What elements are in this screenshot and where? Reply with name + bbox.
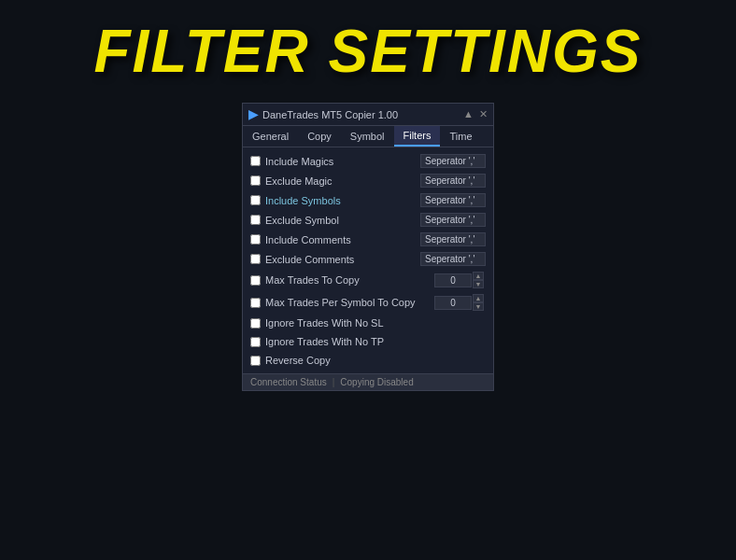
label-exclude-symbol: Exclude Symbol: [265, 215, 420, 226]
tab-symbol[interactable]: Symbol: [341, 126, 394, 147]
label-include-magics: Include Magics: [265, 156, 420, 167]
status-divider: |: [333, 377, 335, 387]
tab-general[interactable]: General: [243, 126, 298, 147]
input-include-magics[interactable]: [420, 154, 486, 168]
checkbox-include-magics[interactable]: [250, 156, 261, 166]
label-max-trades-per-symbol: Max Trades Per Symbol To Copy: [265, 297, 434, 308]
status-bar: Connection Status | Copying Disabled: [243, 373, 493, 390]
filter-row-max-trades-per-symbol: Max Trades Per Symbol To Copy ▲ ▼: [250, 291, 486, 314]
checkbox-ignore-no-sl[interactable]: [250, 318, 261, 329]
filter-row-ignore-no-tp: Ignore Trades With No TP: [250, 332, 486, 351]
checkbox-include-symbols[interactable]: [250, 195, 261, 205]
filters-content: Include Magics Exclude Magic Include Sym…: [243, 147, 493, 373]
tab-filters[interactable]: Filters: [394, 126, 441, 147]
checkbox-reverse-copy[interactable]: [250, 356, 261, 366]
number-group-max-trades-per-symbol: ▲ ▼: [434, 294, 486, 311]
label-exclude-magic: Exclude Magic: [265, 175, 420, 187]
label-ignore-no-tp: Ignore Trades With No TP: [265, 336, 486, 347]
connection-status: Connection Status: [250, 377, 327, 387]
label-include-comments: Include Comments: [265, 234, 420, 245]
filter-row-max-trades: Max Trades To Copy ▲ ▼: [250, 269, 486, 291]
label-ignore-no-sl: Ignore Trades With No SL: [265, 317, 486, 329]
spinner-max-trades: ▲ ▼: [473, 272, 484, 288]
filter-row-reverse-copy: Reverse Copy: [250, 351, 486, 370]
window-title: DaneTrades MT5 Copier 1.00: [262, 109, 398, 120]
filter-row-ignore-no-sl: Ignore Trades With No SL: [250, 314, 486, 332]
input-max-trades-per-symbol[interactable]: [434, 296, 472, 310]
title-bar-controls: ▲ ✕: [463, 108, 488, 120]
input-exclude-symbol[interactable]: [420, 213, 486, 227]
copying-status: Copying Disabled: [340, 377, 413, 387]
input-max-trades[interactable]: [434, 273, 472, 287]
app-logo: ▶: [248, 107, 258, 121]
spinner-up-max-trades-per-symbol[interactable]: ▲: [473, 294, 484, 302]
tab-time[interactable]: Time: [440, 126, 481, 147]
spinner-down-max-trades-per-symbol[interactable]: ▼: [473, 302, 484, 311]
label-include-symbols: Include Symbols: [265, 195, 420, 206]
checkbox-exclude-comments[interactable]: [250, 254, 261, 264]
minimize-button[interactable]: ▲: [463, 108, 474, 120]
filter-row-exclude-comments: Exclude Comments: [250, 249, 486, 269]
filter-row-include-magics: Include Magics: [250, 151, 486, 171]
close-button[interactable]: ✕: [479, 108, 488, 120]
input-include-symbols[interactable]: [420, 193, 486, 207]
filter-row-exclude-symbol: Exclude Symbol: [250, 210, 486, 230]
filter-row-include-comments: Include Comments: [250, 230, 486, 249]
spinner-up-max-trades[interactable]: ▲: [473, 272, 484, 280]
input-include-comments[interactable]: [420, 232, 486, 246]
label-reverse-copy: Reverse Copy: [265, 355, 486, 366]
label-exclude-comments: Exclude Comments: [265, 254, 420, 265]
title-bar-left: ▶ DaneTrades MT5 Copier 1.00: [248, 107, 398, 121]
tab-copy[interactable]: Copy: [298, 126, 341, 147]
spinner-down-max-trades[interactable]: ▼: [473, 280, 484, 288]
label-max-trades: Max Trades To Copy: [265, 274, 434, 286]
checkbox-max-trades[interactable]: [250, 275, 261, 286]
title-bar: ▶ DaneTrades MT5 Copier 1.00 ▲ ✕: [243, 104, 493, 126]
filter-row-exclude-magic: Exclude Magic: [250, 171, 486, 190]
checkbox-include-comments[interactable]: [250, 234, 261, 245]
spinner-max-trades-per-symbol: ▲ ▼: [473, 294, 484, 311]
number-group-max-trades: ▲ ▼: [434, 272, 486, 288]
input-exclude-comments[interactable]: [420, 252, 486, 266]
app-window: ▶ DaneTrades MT5 Copier 1.00 ▲ ✕ General…: [242, 103, 494, 391]
page-title: FILTER SETTINGS: [93, 17, 642, 86]
checkbox-exclude-magic[interactable]: [250, 175, 261, 186]
checkbox-max-trades-per-symbol[interactable]: [250, 298, 261, 308]
filter-row-include-symbols: Include Symbols: [250, 190, 486, 210]
input-exclude-magic[interactable]: [420, 174, 486, 188]
nav-tabs: General Copy Symbol Filters Time: [243, 126, 493, 147]
checkbox-exclude-symbol[interactable]: [250, 215, 261, 225]
checkbox-ignore-no-tp[interactable]: [250, 337, 261, 347]
